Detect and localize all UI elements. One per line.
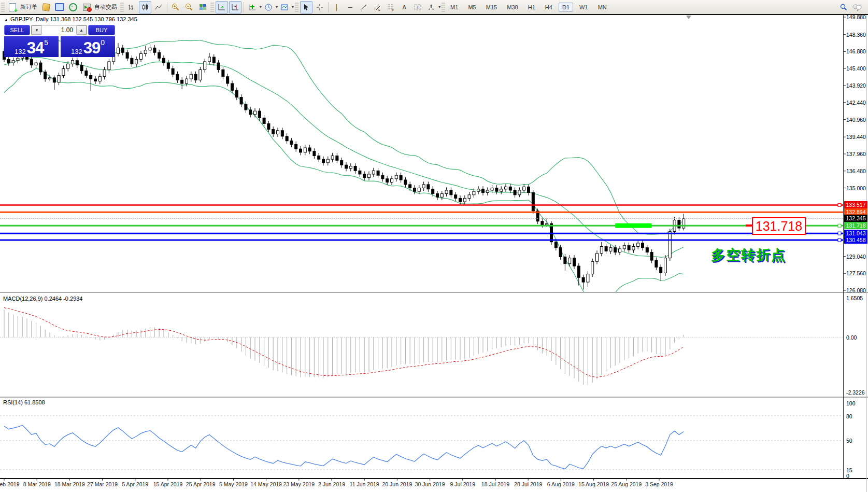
macd-axis-label: 0.00	[846, 334, 857, 341]
bollinger-bands	[4, 37, 684, 300]
candle-bear	[559, 248, 562, 257]
candle-bear	[44, 72, 47, 79]
line-handle	[838, 203, 841, 206]
buy-price-sup: 0	[101, 36, 105, 49]
bollinger-middle	[4, 58, 684, 257]
candle-bear	[267, 124, 270, 130]
candle-bull	[632, 246, 635, 250]
candle-bear	[363, 174, 366, 178]
candle-bear	[436, 194, 439, 198]
candle-bear	[450, 190, 452, 195]
line-handle	[838, 232, 841, 235]
collapse-icon[interactable]: ▲	[4, 18, 8, 22]
price-tick: 142.440	[846, 100, 866, 106]
candle-bear	[605, 246, 607, 251]
candle-bear	[318, 156, 320, 160]
candle-bear	[642, 243, 644, 248]
candle-bull	[591, 261, 594, 274]
rsi-axis-label: 80	[846, 413, 852, 419]
candle-bull	[349, 166, 352, 168]
candle-bear	[222, 69, 224, 76]
chart-header: ▲GBPJPY-,Daily 131.368 132.545 130.796 1…	[4, 16, 137, 22]
candle-bear	[281, 131, 283, 136]
candle-bear	[235, 90, 238, 97]
candle-bull	[587, 274, 589, 283]
bollinger-lower	[4, 68, 684, 300]
price-tick: 145.400	[846, 65, 866, 72]
candle-bull	[518, 190, 521, 195]
candle-bull	[500, 189, 503, 191]
candle-bear	[322, 159, 325, 163]
candles	[3, 43, 685, 289]
candle-bear	[414, 188, 416, 192]
candle-bull	[98, 77, 101, 81]
candle-bear	[404, 180, 407, 185]
candle-bull	[103, 69, 106, 76]
level-lines[interactable]	[0, 203, 843, 242]
volume-down-button[interactable]: ▼	[32, 25, 42, 35]
volume-up-button[interactable]: ▲	[76, 25, 87, 35]
candle-bull	[186, 79, 188, 83]
macd-pane	[0, 308, 843, 385]
candle-bear	[340, 160, 343, 165]
candle-bull	[391, 179, 393, 182]
candle-bull	[208, 57, 211, 62]
rsi-axis-label: 0	[846, 473, 849, 479]
candle-bull	[17, 58, 19, 60]
candle-bear	[131, 58, 133, 64]
candle-bear	[628, 245, 630, 250]
rsi-axis-label: 100	[846, 400, 856, 406]
candle-bear	[217, 63, 220, 69]
candle-bear	[290, 141, 293, 145]
buy-button[interactable]: BUY	[88, 25, 115, 35]
candle-bear	[172, 68, 174, 74]
candle-bull	[149, 48, 151, 50]
candle-bull	[204, 62, 206, 70]
candle-bull	[440, 194, 443, 198]
candle-bear	[459, 198, 462, 202]
candle-bear	[158, 52, 161, 58]
candle-bull	[326, 159, 329, 163]
level-price-label: 131.718	[844, 222, 867, 229]
candle-bull	[473, 191, 475, 195]
candle-bear	[482, 189, 485, 193]
symbol-title: GBPJPY-,Daily	[10, 16, 49, 22]
candle-bear	[308, 148, 311, 151]
line-handle	[838, 238, 841, 242]
buy-price-button[interactable]: 132 39 0	[61, 36, 115, 57]
rsi-pane	[0, 416, 843, 470]
candle-bear	[240, 97, 243, 104]
candle-bull	[135, 59, 138, 64]
ohlc-close: 132.345	[117, 16, 137, 22]
price-tick: 143.920	[846, 82, 866, 89]
candle-bear	[386, 179, 389, 182]
candle-bear	[176, 74, 179, 80]
candle-bear	[427, 185, 430, 189]
candle-bull	[463, 198, 466, 202]
candle-bull	[49, 78, 51, 79]
candle-bull	[372, 171, 375, 174]
candle-bull	[523, 187, 525, 190]
price-tick: 126.080	[846, 287, 866, 293]
candle-bear	[258, 111, 261, 118]
ohlc-low: 130.796	[94, 16, 115, 22]
candle-bull	[277, 131, 279, 134]
sell-button[interactable]: SELL	[4, 25, 30, 35]
candle-bear	[90, 76, 92, 79]
candle-bear	[345, 165, 348, 168]
chart-shift-marker[interactable]	[686, 16, 691, 19]
candle-bear	[678, 220, 680, 229]
price-callout[interactable]: 131.718	[752, 217, 806, 235]
sell-price-button[interactable]: 132 34 5	[4, 36, 59, 57]
candle-bear	[7, 59, 10, 63]
volume-input[interactable]: 1.00	[42, 25, 76, 35]
current-price-label: 132.345	[844, 215, 867, 222]
candle-bear	[313, 151, 316, 156]
candle-bull	[486, 190, 489, 192]
rsi-label: RSI(14) 61.8508	[3, 399, 45, 405]
candle-bear	[495, 188, 498, 192]
macd-axis-label: -2.3226	[846, 389, 865, 396]
highlight-segment[interactable]	[615, 223, 651, 228]
cn-annotation[interactable]: 多空转折点	[711, 246, 786, 264]
candle-bear	[359, 171, 361, 174]
